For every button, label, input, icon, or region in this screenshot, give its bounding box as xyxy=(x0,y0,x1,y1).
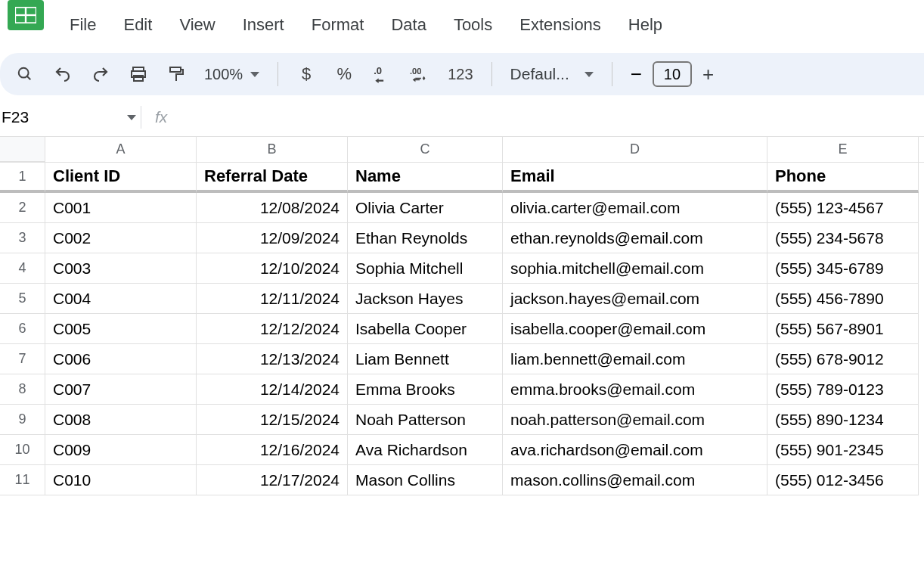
cell[interactable]: (555) 345-6789 xyxy=(767,253,919,284)
cell[interactable]: isabella.cooper@email.com xyxy=(503,314,767,344)
cell[interactable]: Sophia Mitchell xyxy=(348,253,503,284)
cell[interactable]: C003 xyxy=(45,253,197,284)
cell[interactable]: Mason Collins xyxy=(348,465,503,495)
cell[interactable]: (555) 234-5678 xyxy=(767,223,919,253)
cell[interactable]: (555) 456-7890 xyxy=(767,284,919,314)
cell[interactable]: (555) 123-4567 xyxy=(767,193,919,223)
cell[interactable]: 12/13/2024 xyxy=(197,344,348,374)
cell[interactable]: 12/09/2024 xyxy=(197,223,348,253)
select-all-corner[interactable] xyxy=(0,137,45,162)
cell[interactable]: C006 xyxy=(45,344,197,374)
cell[interactable]: 12/15/2024 xyxy=(197,405,348,435)
row-header[interactable]: 8 xyxy=(0,374,45,405)
cell[interactable]: mason.collins@email.com xyxy=(503,465,767,495)
decrease-font-size-button[interactable]: − xyxy=(631,63,642,86)
cell[interactable]: C008 xyxy=(45,405,197,435)
zoom-dropdown[interactable]: 100% xyxy=(204,66,259,83)
redo-icon[interactable] xyxy=(91,64,110,84)
row-header[interactable]: 5 xyxy=(0,284,45,314)
row-header[interactable]: 2 xyxy=(0,193,45,223)
name-box[interactable]: F23 xyxy=(0,108,136,126)
print-icon[interactable] xyxy=(129,64,148,84)
cell[interactable]: jackson.hayes@email.com xyxy=(503,284,767,314)
column-header-b[interactable]: B xyxy=(197,137,348,162)
cell[interactable]: Olivia Carter xyxy=(348,193,503,223)
row-header[interactable]: 7 xyxy=(0,344,45,374)
cell[interactable]: Isabella Cooper xyxy=(348,314,503,344)
undo-icon[interactable] xyxy=(53,64,73,84)
cell[interactable]: 12/17/2024 xyxy=(197,465,348,495)
percent-button[interactable]: % xyxy=(334,64,354,84)
number-format-button[interactable]: 123 xyxy=(448,64,473,84)
sheets-logo[interactable] xyxy=(8,0,44,30)
cell[interactable]: olivia.carter@email.com xyxy=(503,193,767,223)
row-header[interactable]: 4 xyxy=(0,253,45,284)
cell[interactable]: (555) 567-8901 xyxy=(767,314,919,344)
column-header-a[interactable]: A xyxy=(45,137,197,162)
cell[interactable]: Emma Brooks xyxy=(348,374,503,405)
cell[interactable]: 12/10/2024 xyxy=(197,253,348,284)
cell[interactable]: sophia.mitchell@email.com xyxy=(503,253,767,284)
currency-button[interactable]: $ xyxy=(296,64,316,84)
menu-tools[interactable]: Tools xyxy=(454,15,492,35)
cell[interactable]: ethan.reynolds@email.com xyxy=(503,223,767,253)
cell[interactable]: 12/11/2024 xyxy=(197,284,348,314)
cell[interactable]: (555) 678-9012 xyxy=(767,344,919,374)
cell[interactable]: C005 xyxy=(45,314,197,344)
header-cell[interactable]: Phone xyxy=(767,163,919,193)
menu-extensions[interactable]: Extensions xyxy=(519,15,601,35)
paint-format-icon[interactable] xyxy=(166,64,186,84)
column-header-d[interactable]: D xyxy=(503,137,767,162)
row-header[interactable]: 11 xyxy=(0,465,45,495)
cell[interactable]: emma.brooks@email.com xyxy=(503,374,767,405)
chevron-down-icon xyxy=(127,115,136,120)
font-size-input[interactable]: 10 xyxy=(653,61,692,87)
menu-file[interactable]: File xyxy=(70,15,96,35)
cell[interactable]: 12/12/2024 xyxy=(197,314,348,344)
cell[interactable]: 12/14/2024 xyxy=(197,374,348,405)
cell[interactable]: C002 xyxy=(45,223,197,253)
header-cell[interactable]: Client ID xyxy=(45,163,197,193)
menu-help[interactable]: Help xyxy=(628,15,662,35)
header-cell[interactable]: Email xyxy=(503,163,767,193)
cell[interactable]: 12/08/2024 xyxy=(197,193,348,223)
cell[interactable]: (555) 012-3456 xyxy=(767,465,919,495)
row-header[interactable]: 10 xyxy=(0,435,45,465)
column-header-c[interactable]: C xyxy=(348,137,503,162)
menu-format[interactable]: Format xyxy=(312,15,364,35)
row-header[interactable]: 6 xyxy=(0,314,45,344)
row-header[interactable]: 9 xyxy=(0,405,45,435)
font-family-dropdown[interactable]: Defaul... xyxy=(510,65,594,83)
cell[interactable]: C009 xyxy=(45,435,197,465)
cell[interactable]: Jackson Hayes xyxy=(348,284,503,314)
cell[interactable]: (555) 789-0123 xyxy=(767,374,919,405)
increase-font-size-button[interactable]: + xyxy=(702,63,714,86)
cell[interactable]: Ethan Reynolds xyxy=(348,223,503,253)
cell[interactable]: C001 xyxy=(45,193,197,223)
spreadsheet-grid[interactable]: A B C D E 1 Client ID Referral Date Name… xyxy=(0,137,924,495)
menu-view[interactable]: View xyxy=(179,15,215,35)
increase-decimal-icon[interactable]: .00 xyxy=(410,64,429,84)
header-cell[interactable]: Referral Date xyxy=(197,163,348,193)
cell[interactable]: noah.patterson@email.com xyxy=(503,405,767,435)
menu-edit[interactable]: Edit xyxy=(123,15,152,35)
cell[interactable]: Ava Richardson xyxy=(348,435,503,465)
column-header-e[interactable]: E xyxy=(767,137,919,162)
row-header[interactable]: 1 xyxy=(0,163,45,193)
cell[interactable]: Liam Bennett xyxy=(348,344,503,374)
cell[interactable]: 12/16/2024 xyxy=(197,435,348,465)
cell[interactable]: C004 xyxy=(45,284,197,314)
cell[interactable]: ava.richardson@email.com xyxy=(503,435,767,465)
cell[interactable]: C007 xyxy=(45,374,197,405)
decrease-decimal-icon[interactable]: .0 xyxy=(372,64,392,84)
cell[interactable]: C010 xyxy=(45,465,197,495)
search-icon[interactable] xyxy=(15,64,35,84)
cell[interactable]: liam.bennett@email.com xyxy=(503,344,767,374)
cell[interactable]: Noah Patterson xyxy=(348,405,503,435)
cell[interactable]: (555) 901-2345 xyxy=(767,435,919,465)
cell[interactable]: (555) 890-1234 xyxy=(767,405,919,435)
menu-insert[interactable]: Insert xyxy=(243,15,284,35)
header-cell[interactable]: Name xyxy=(348,163,503,193)
row-header[interactable]: 3 xyxy=(0,223,45,253)
menu-data[interactable]: Data xyxy=(391,15,426,35)
